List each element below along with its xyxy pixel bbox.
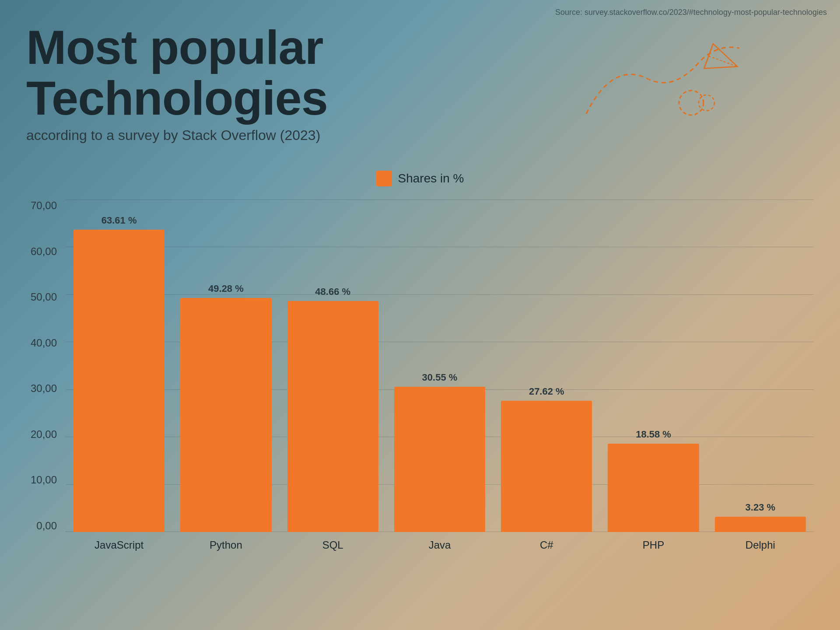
x-labels: JavaScriptPythonSQLJavaC#PHPDelphi — [66, 532, 814, 558]
svg-point-1 — [699, 95, 714, 111]
y-axis-label: 40,00 — [31, 337, 57, 349]
x-axis-label: C# — [493, 532, 600, 558]
bar-group: 3.23 % — [707, 200, 814, 532]
bar — [180, 298, 271, 532]
bar-value-label: 3.23 % — [746, 502, 776, 513]
bar-group: 49.28 % — [172, 200, 279, 532]
bar — [608, 444, 699, 532]
svg-marker-2 — [704, 44, 742, 79]
bar-group: 63.61 % — [66, 200, 172, 532]
y-axis-label: 30,00 — [31, 382, 57, 395]
x-axis-label: Delphi — [707, 532, 814, 558]
y-axis-label: 60,00 — [31, 245, 57, 258]
bar-value-label: 27.62 % — [529, 386, 564, 397]
bar — [74, 230, 164, 532]
bar-group: 18.58 % — [600, 200, 707, 532]
bar — [287, 301, 378, 532]
x-axis-label: SQL — [280, 532, 386, 558]
bar-group: 30.55 % — [386, 200, 493, 532]
bar-value-label: 18.58 % — [636, 429, 671, 440]
y-axis: 70,0060,0050,0040,0030,0020,0010,000,00 — [26, 200, 66, 558]
legend-color-box — [376, 171, 392, 186]
y-axis-label: 10,00 — [31, 474, 57, 486]
bar-value-label: 48.66 % — [315, 286, 350, 298]
bar — [394, 387, 485, 532]
x-axis-label: Python — [172, 532, 279, 558]
svg-line-3 — [709, 56, 738, 66]
bar — [715, 517, 806, 532]
legend-label: Shares in % — [398, 172, 464, 186]
chart-body: 63.61 %49.28 %48.66 %30.55 %27.62 %18.58… — [66, 200, 814, 558]
x-axis-label: PHP — [600, 532, 707, 558]
y-axis-label: 70,00 — [31, 200, 57, 212]
bars-row: 63.61 %49.28 %48.66 %30.55 %27.62 %18.58… — [66, 200, 814, 532]
decorative-doodle — [578, 35, 752, 131]
bar-value-label: 30.55 % — [422, 372, 458, 383]
bar — [501, 401, 592, 532]
bar-value-label: 63.61 % — [102, 215, 137, 226]
x-axis-label: JavaScript — [66, 532, 172, 558]
subtitle: according to a survey by Stack Overflow … — [26, 127, 328, 144]
chart-legend: Shares in % — [26, 171, 814, 186]
chart-area: 70,0060,0050,0040,0030,0020,0010,000,00 … — [26, 200, 814, 558]
y-axis-label: 50,00 — [31, 291, 57, 303]
svg-line-4 — [704, 44, 713, 68]
y-axis-label: 20,00 — [31, 428, 57, 441]
chart-container: Shares in % 70,0060,0050,0040,0030,0020,… — [26, 171, 814, 595]
bar-value-label: 49.28 % — [208, 283, 244, 294]
x-axis-label: Java — [386, 532, 493, 558]
source-citation: Source: survey.stackoverflow.co/2023/#te… — [555, 8, 827, 17]
svg-point-0 — [679, 91, 704, 115]
bar-group: 48.66 % — [280, 200, 386, 532]
bar-group: 27.62 % — [493, 200, 600, 532]
title-section: Most popular Technologies according to a… — [26, 22, 328, 144]
main-title: Most popular Technologies — [26, 22, 328, 123]
y-axis-label: 0,00 — [36, 520, 57, 532]
